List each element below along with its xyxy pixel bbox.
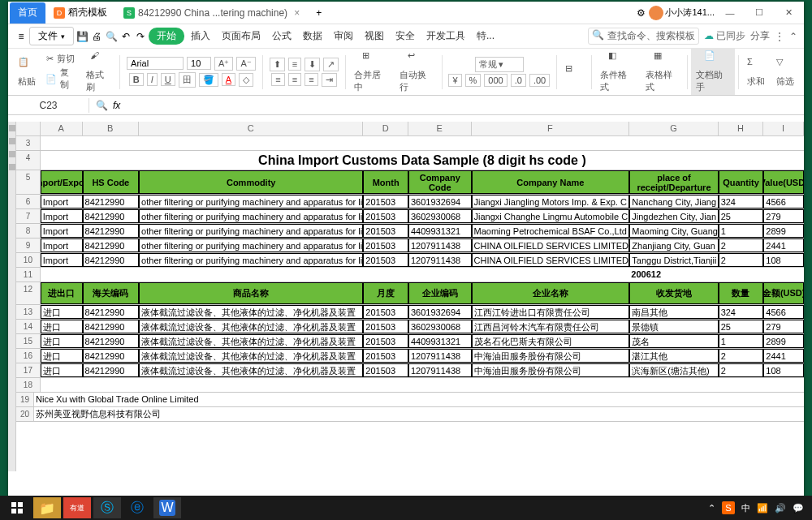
- cell[interactable]: 201503: [363, 224, 408, 238]
- cell[interactable]: other filtering or purifying machinery a…: [139, 195, 363, 208]
- cell[interactable]: [472, 136, 630, 150]
- cell[interactable]: CHINA OILFIELD SERVICES LIMITED: [472, 239, 630, 252]
- decrease-font-button[interactable]: A⁻: [236, 57, 255, 71]
- cell[interactable]: 84212990: [83, 209, 140, 223]
- cell[interactable]: 2441: [763, 239, 804, 252]
- cell[interactable]: 金额(USD): [763, 282, 804, 304]
- fill-color-button[interactable]: 🪣: [199, 73, 218, 87]
- save-icon[interactable]: 💾: [76, 30, 89, 43]
- side-icon[interactable]: [9, 151, 15, 157]
- cell[interactable]: Import: [41, 253, 83, 267]
- command-search[interactable]: 🔍查找命令、搜索模板: [588, 28, 699, 45]
- cell[interactable]: 滨海新区(塘沽其他): [629, 363, 718, 377]
- cell[interactable]: 4566: [763, 305, 804, 319]
- cell[interactable]: 进口: [41, 363, 83, 377]
- align-bottom-button[interactable]: ⬇: [304, 58, 320, 71]
- taskbar-wps[interactable]: W: [153, 497, 181, 518]
- name-box[interactable]: C23: [8, 98, 89, 113]
- cell[interactable]: 4409931321: [408, 334, 472, 348]
- taskbar-edge[interactable]: ⓔ: [123, 497, 151, 518]
- cell[interactable]: 279: [763, 209, 804, 223]
- row-header-7[interactable]: 7: [16, 209, 41, 223]
- tab-home[interactable]: 首页: [10, 2, 45, 24]
- cell[interactable]: 84212990: [83, 195, 140, 208]
- print-icon[interactable]: 🖨: [90, 30, 103, 43]
- table-style-button[interactable]: ▦表格样式: [641, 49, 685, 95]
- cell[interactable]: Maoming City, Guang: [629, 224, 718, 238]
- cell[interactable]: [477, 407, 512, 421]
- cell[interactable]: Zhanjiang City, Guan: [629, 239, 718, 252]
- cell[interactable]: 84212990: [83, 305, 140, 319]
- indent-button[interactable]: ⇥: [322, 73, 337, 87]
- cell[interactable]: [270, 393, 313, 406]
- cell[interactable]: 201503: [363, 349, 408, 363]
- cell[interactable]: [313, 407, 477, 421]
- cell[interactable]: 3602930068: [408, 209, 472, 223]
- menu-layout[interactable]: 页面布局: [217, 26, 266, 46]
- cell[interactable]: 茂名石化巴斯夫有限公司: [472, 334, 630, 348]
- cell[interactable]: 月度: [363, 282, 408, 304]
- merge-center-button[interactable]: ⊞合并居中: [349, 49, 393, 95]
- col-header-A[interactable]: A: [41, 122, 83, 135]
- cell[interactable]: Maoming Petrochemical BSAF Co.,Ltd: [472, 224, 630, 238]
- font-color-button[interactable]: A: [222, 73, 235, 86]
- start-menu-button[interactable]: [3, 497, 31, 518]
- row-header-9[interactable]: 9: [16, 239, 41, 252]
- cell[interactable]: 1207911438: [408, 363, 472, 377]
- cell[interactable]: [763, 378, 804, 392]
- cell[interactable]: 3602930068: [408, 320, 472, 333]
- cell[interactable]: Company Name: [472, 170, 630, 194]
- redo-icon[interactable]: ↷: [134, 30, 147, 43]
- file-menu[interactable]: 文件▾: [29, 27, 74, 45]
- cell[interactable]: 液体截流过滤设备、其他液体的过滤、净化机器及装置: [139, 349, 363, 363]
- row-header-15[interactable]: 15: [16, 334, 41, 348]
- col-header-G[interactable]: G: [629, 122, 718, 135]
- cell[interactable]: China Import Customs Data Sample (8 digi…: [41, 151, 804, 170]
- cell[interactable]: 2441: [763, 349, 804, 363]
- cell[interactable]: 江西江铃进出口有限责任公司: [472, 305, 630, 319]
- comma-button[interactable]: 000: [484, 74, 507, 87]
- row-header-5[interactable]: 5: [16, 170, 41, 194]
- preview-icon[interactable]: 🔍: [105, 30, 118, 43]
- close-tab-icon[interactable]: ×: [294, 7, 300, 19]
- taskbar-explorer[interactable]: 📁: [33, 497, 61, 518]
- underline-button[interactable]: U: [161, 73, 175, 86]
- font-size-select[interactable]: [187, 57, 211, 70]
- tray-volume-icon[interactable]: 🔊: [775, 503, 786, 514]
- cell[interactable]: Jingdezhen City, Jian: [629, 209, 718, 223]
- cell[interactable]: [313, 393, 477, 406]
- cond-format-button[interactable]: ◧条件格式: [595, 49, 639, 95]
- cell[interactable]: Import: [41, 239, 83, 252]
- cell[interactable]: 企业编码: [408, 282, 472, 304]
- cell[interactable]: [83, 378, 140, 392]
- row-header-20[interactable]: 20: [16, 407, 34, 421]
- cell[interactable]: 数量: [719, 282, 764, 304]
- cell[interactable]: 25: [719, 209, 764, 223]
- row-header-3[interactable]: 3: [16, 136, 41, 150]
- cell[interactable]: [41, 136, 83, 150]
- col-header-H[interactable]: H: [719, 122, 764, 135]
- row-header-6[interactable]: 6: [16, 195, 41, 208]
- side-icon[interactable]: [9, 164, 15, 170]
- copy-button[interactable]: 复制: [60, 67, 76, 91]
- menu-formula[interactable]: 公式: [267, 26, 296, 46]
- maximize-button[interactable]: ☐: [745, 4, 773, 22]
- cell[interactable]: [408, 136, 472, 150]
- cell[interactable]: 108: [763, 363, 804, 377]
- col-header-F[interactable]: F: [472, 122, 630, 135]
- cell[interactable]: [477, 393, 512, 406]
- menu-security[interactable]: 安全: [391, 26, 420, 46]
- border-button[interactable]: 田: [179, 72, 196, 88]
- tray-network-icon[interactable]: 📶: [757, 503, 768, 514]
- cell[interactable]: [83, 136, 140, 150]
- doc-assistant-button[interactable]: 📄文档助手: [691, 49, 735, 95]
- cell[interactable]: 2: [719, 363, 764, 377]
- row-header-12[interactable]: 12: [16, 282, 41, 304]
- cell[interactable]: 84212990: [83, 253, 140, 267]
- cell[interactable]: [774, 407, 804, 421]
- percent-button[interactable]: %: [465, 74, 482, 87]
- cell[interactable]: [139, 378, 363, 392]
- tab-document[interactable]: S84212990 China ...tering machine)×: [115, 2, 308, 24]
- row-header-16[interactable]: 16: [16, 349, 41, 363]
- cell[interactable]: 2899: [763, 334, 804, 348]
